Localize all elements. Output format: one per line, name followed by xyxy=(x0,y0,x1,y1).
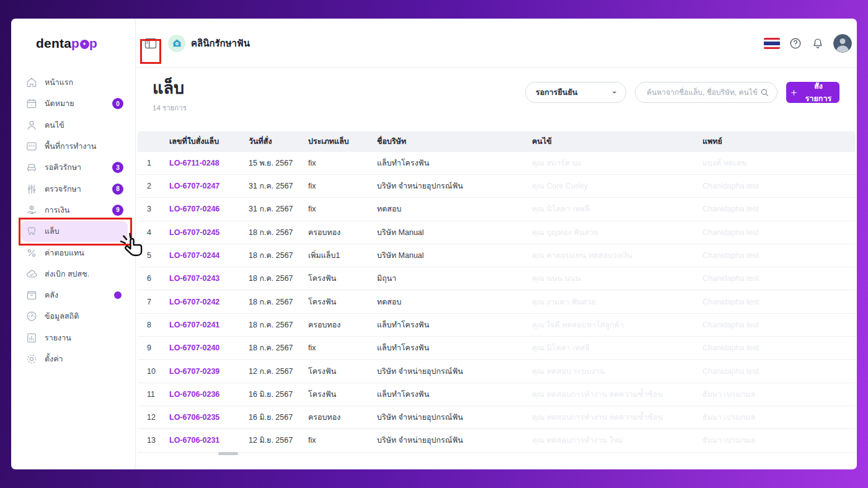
table-row[interactable]: 5LO-6707-024418 ก.ค. 2567เพิ่มแล็บ1บริษั… xyxy=(138,244,856,267)
patient-icon xyxy=(25,119,38,131)
column-header: เลขที่ใบสั่งแล็บ xyxy=(169,135,249,148)
cell-order[interactable]: LO-6707-0239 xyxy=(169,367,249,376)
search-box xyxy=(635,82,777,103)
inventory-icon xyxy=(25,289,38,301)
sidebar-item-3[interactable]: พื้นที่การทำงาน xyxy=(21,136,128,157)
cell-order[interactable]: LO-6707-0240 xyxy=(169,344,249,352)
cell-date: 16 มิ.ย. 2567 xyxy=(249,411,308,424)
sidebar-item-9[interactable]: ส่งเบิก สปสช. xyxy=(21,264,128,285)
logo: dentap✦p xyxy=(11,19,135,68)
table-row[interactable]: 3LO-6707-024631 ก.ค. 2567fixทดสอบคุณ นิโ… xyxy=(138,198,856,221)
cell-order[interactable]: LO-6707-0243 xyxy=(169,274,249,283)
table-row[interactable]: 4LO-6707-024518 ก.ค. 2567ครอบทองบริษัท M… xyxy=(138,221,856,244)
sidebar-item-0[interactable]: หน้าแรก xyxy=(21,72,128,93)
cell-type: fix xyxy=(308,159,377,167)
create-order-button[interactable]: สั่งรายการ xyxy=(786,82,839,103)
cell-patient: คุณ ทดสอบการทำงาน ใหม่ xyxy=(532,434,702,446)
column-header: แพทย์ xyxy=(702,135,856,148)
cell-patient: คุณ ทดสอบ ระบบงาน xyxy=(532,365,702,378)
table-row[interactable]: 7LO-6707-024218 ก.ค. 2567โครงฟันทดสอบคุณ… xyxy=(138,290,856,313)
sidebar-item-label: การเงิน xyxy=(45,204,69,216)
cell-date: 16 มิ.ย. 2567 xyxy=(249,388,308,401)
cell-type: ครอบทอง xyxy=(308,226,377,239)
cell-company: มิถุนา xyxy=(377,272,532,285)
sidebar-item-label: หน้าแรก xyxy=(45,76,73,89)
settings-icon xyxy=(25,353,38,365)
table-row[interactable]: 12LO-6706-023516 มิ.ย. 2567ครอบทองบริษัท… xyxy=(138,406,856,429)
cell-patient: คุณ นิโคลา เทสลี xyxy=(532,203,702,215)
cell-order[interactable]: LO-6707-0242 xyxy=(169,298,249,306)
item-count: 14 รายการ xyxy=(153,102,187,113)
stats-icon xyxy=(25,310,38,322)
cell-order[interactable]: LO-6707-0247 xyxy=(169,182,249,190)
table-row[interactable]: 8LO-6707-024118 ก.ค. 2567ครอบทองแล็บทำโค… xyxy=(138,314,856,337)
sidebar-item-13[interactable]: ตั้งค่า xyxy=(21,348,128,370)
sidebar-item-8[interactable]: ค่าตอบแทน xyxy=(21,242,128,263)
sidebar-item-4[interactable]: รอคิวรักษา3 xyxy=(21,157,128,178)
sidebar-item-label: ตั้งค่า xyxy=(45,353,63,365)
cell-date: 18 ก.ค. 2567 xyxy=(249,226,308,239)
sidebar-item-12[interactable]: รายงาน xyxy=(21,327,128,348)
topbar-actions xyxy=(764,34,852,53)
treatment-icon xyxy=(25,183,38,195)
cell-company: ทดสอบ xyxy=(377,203,532,215)
sidebar-item-7[interactable]: แล็บ xyxy=(21,221,128,242)
cell-type: ครอบทอง xyxy=(308,411,377,424)
logo-star-icon: ✦ xyxy=(80,40,89,49)
table-row[interactable]: 11LO-6706-023616 มิ.ย. 2567โครงฟันแล็บทำ… xyxy=(138,383,856,406)
clinic-house-icon xyxy=(168,35,185,52)
cell-company: แล็บทำโครงฟัน xyxy=(377,157,532,169)
cell-company: ทดสอบ xyxy=(377,296,532,308)
cell-date: 18 ก.ค. 2567 xyxy=(249,319,308,331)
search-icon xyxy=(760,87,769,97)
sidebar-item-10[interactable]: คลัง xyxy=(21,285,128,306)
cell-date: 18 ก.ค. 2567 xyxy=(249,249,308,262)
cell-order[interactable]: LO-6707-0245 xyxy=(169,228,249,237)
sidebar-item-label: ตรวจรักษา xyxy=(45,183,81,195)
cell-order[interactable]: LO-6711-0248 xyxy=(169,159,249,167)
user-avatar[interactable] xyxy=(833,34,852,53)
cell-order[interactable]: LO-6706-0236 xyxy=(169,390,249,399)
cell-order[interactable]: LO-6707-0244 xyxy=(169,251,249,260)
cell-order[interactable]: LO-6706-0235 xyxy=(169,413,249,422)
help-icon[interactable] xyxy=(789,37,802,50)
table-row[interactable]: 6LO-6707-024318 ก.ค. 2567โครงฟันมิถุนาคุ… xyxy=(138,267,856,290)
cell-doctor: Chanidapha test xyxy=(702,367,856,376)
cell-doctor: Chanidapha test xyxy=(702,321,856,329)
cell-no: 12 xyxy=(138,413,169,422)
bell-icon[interactable] xyxy=(811,37,825,50)
horizontal-scrollbar-thumb[interactable] xyxy=(218,452,238,455)
sidebar-item-6[interactable]: การเงิน9 xyxy=(21,200,128,221)
cell-type: fix xyxy=(308,344,377,352)
search-input[interactable] xyxy=(645,87,760,97)
clinic-selector[interactable]: คลินิกรักษาฟัน xyxy=(168,35,250,52)
cell-doctor: Chanidapha test xyxy=(702,228,856,237)
sidebar-item-1[interactable]: นัดหมาย0 xyxy=(21,93,128,114)
cell-doctor: Chanidapha test xyxy=(702,274,856,283)
cell-patient: คุณ ใจดี ทดสอบหาโสลูกค้า xyxy=(532,319,702,331)
cell-order[interactable]: LO-6707-0246 xyxy=(169,205,249,213)
queue-icon xyxy=(25,161,38,174)
cell-doctor: Chanidapha test xyxy=(702,251,856,260)
table-row[interactable]: 10LO-6707-023912 ก.ค. 2567โครงฟันบริษัท … xyxy=(138,360,856,383)
cell-order[interactable]: LO-6706-0231 xyxy=(169,436,249,445)
cell-date: 18 ก.ค. 2567 xyxy=(249,272,308,285)
thai-flag-icon[interactable] xyxy=(764,38,780,49)
cell-no: 4 xyxy=(138,228,169,237)
sidebar-toggle-icon[interactable] xyxy=(143,36,158,51)
table-row[interactable]: 13LO-6706-023112 มิ.ย. 2567fixบริษัท จำห… xyxy=(138,429,856,452)
title-row: แล็บ 14 รายการ รอการยืนยัน xyxy=(136,79,857,113)
table-row[interactable]: 2LO-6707-024731 ก.ค. 2567fixบริษัท จำหน่… xyxy=(138,175,856,198)
sidebar-item-5[interactable]: ตรวจรักษา8 xyxy=(21,178,128,199)
table-row[interactable]: 9LO-6707-024018 ก.ค. 2567fixแล็บทำโครงฟั… xyxy=(138,337,856,360)
cell-date: 31 ก.ค. 2567 xyxy=(249,203,308,215)
cell-company: บริษัท Manual xyxy=(377,226,532,239)
cell-order[interactable]: LO-6707-0241 xyxy=(169,321,249,329)
sidebar-item-2[interactable]: คนไข้ xyxy=(21,115,128,136)
status-filter-dropdown[interactable]: รอการยืนยัน xyxy=(525,82,626,103)
cell-doctor: ธัมมา เปรมกมล xyxy=(702,434,856,446)
notification-dot-icon xyxy=(114,291,122,299)
table-row[interactable]: 1LO-6711-024815 พ.ย. 2567fixแล็บทำโครงฟั… xyxy=(138,152,856,175)
sidebar-item-11[interactable]: ข้อมูลสถิติ xyxy=(21,306,128,327)
cell-date: 12 ก.ค. 2567 xyxy=(249,365,308,378)
